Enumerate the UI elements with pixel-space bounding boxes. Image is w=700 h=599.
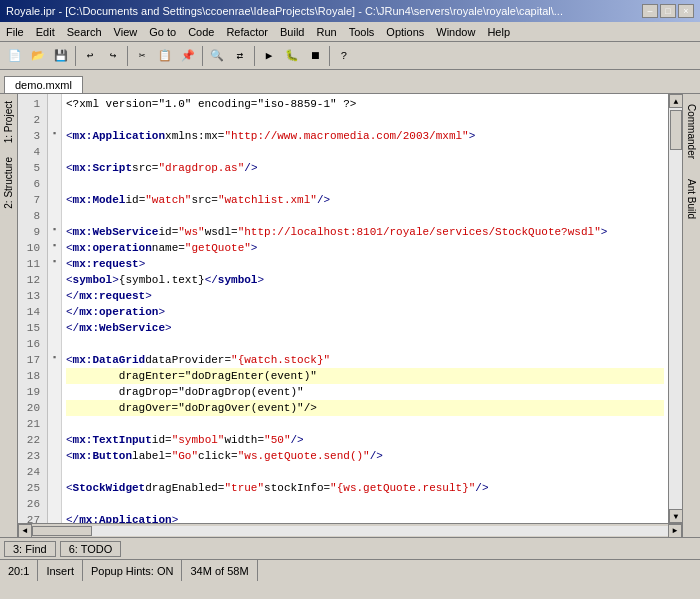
code-line-10[interactable]: <mx:operation name="getQuote">: [66, 240, 664, 256]
code-line-3[interactable]: <mx:Application xmlns:mx="http://www.mac…: [66, 128, 664, 144]
code-line-21[interactable]: [66, 416, 664, 432]
code-line-12[interactable]: <symbol>{symbol.text}</symbol>: [66, 272, 664, 288]
menu-item-edit[interactable]: Edit: [30, 24, 61, 40]
scroll-down-arrow[interactable]: ▼: [669, 509, 682, 523]
code-line-5[interactable]: <mx:Script src="dragdrop.as" />: [66, 160, 664, 176]
scroll-up-arrow[interactable]: ▲: [669, 94, 682, 108]
menu-item-help[interactable]: Help: [481, 24, 516, 40]
open-button[interactable]: 📂: [27, 45, 49, 67]
cut-button[interactable]: ✂: [131, 45, 153, 67]
menu-item-build[interactable]: Build: [274, 24, 310, 40]
code-line-11[interactable]: <mx:request>: [66, 256, 664, 272]
menu-item-options[interactable]: Options: [380, 24, 430, 40]
code-line-23[interactable]: <mx:Button label="Go" click="ws.getQuote…: [66, 448, 664, 464]
gutter-item-11[interactable]: ▪: [48, 254, 61, 270]
scroll-thumb-v[interactable]: [670, 110, 682, 150]
copy-button[interactable]: 📋: [154, 45, 176, 67]
scroll-track-v[interactable]: [669, 108, 682, 509]
line-number-7: 7: [18, 192, 43, 208]
menu-item-view[interactable]: View: [108, 24, 144, 40]
sidebar-tab-ant-build[interactable]: Ant Build: [684, 173, 699, 225]
gutter-item-3[interactable]: ▪: [48, 126, 61, 142]
maximize-button[interactable]: □: [660, 4, 676, 18]
minimize-button[interactable]: –: [642, 4, 658, 18]
scroll-left-arrow[interactable]: ◄: [18, 524, 32, 538]
scroll-right-arrow[interactable]: ►: [668, 524, 682, 538]
code-line-14[interactable]: </mx:operation>: [66, 304, 664, 320]
code-line-26[interactable]: [66, 496, 664, 512]
line-number-1: 1: [18, 96, 43, 112]
line-number-13: 13: [18, 288, 43, 304]
redo-button[interactable]: ↪: [102, 45, 124, 67]
toolbar-separator-1: [75, 46, 76, 66]
menu-item-refactor[interactable]: Refactor: [220, 24, 274, 40]
menu-item-window[interactable]: Window: [430, 24, 481, 40]
paste-button[interactable]: 📌: [177, 45, 199, 67]
code-line-2[interactable]: [66, 112, 664, 128]
bottom-tab-6--todo[interactable]: 6: TODO: [60, 541, 122, 557]
line-number-21: 21: [18, 416, 43, 432]
code-line-4[interactable]: [66, 144, 664, 160]
search-button[interactable]: 🔍: [206, 45, 228, 67]
horizontal-scrollbar[interactable]: ◄ ►: [18, 523, 682, 537]
run-button[interactable]: ▶: [258, 45, 280, 67]
stop-button[interactable]: ⏹: [304, 45, 326, 67]
bottom-tab-3--find[interactable]: 3: Find: [4, 541, 56, 557]
close-button[interactable]: ×: [678, 4, 694, 18]
gutter-item-22: [48, 430, 61, 446]
title-bar: Royale.ipr - [C:\Documents and Settings\…: [0, 0, 700, 22]
gutter-item-16: [48, 334, 61, 350]
menu-item-go to[interactable]: Go to: [143, 24, 182, 40]
code-line-20[interactable]: dragOver="doDragOver(event)"/>: [66, 400, 664, 416]
toolbar-separator-3: [202, 46, 203, 66]
gutter-item-8: [48, 206, 61, 222]
replace-button[interactable]: ⇄: [229, 45, 251, 67]
menu-item-tools[interactable]: Tools: [343, 24, 381, 40]
right-sidebar: Commander Ant Build: [682, 94, 700, 537]
line-number-17: 17: [18, 352, 43, 368]
code-line-15[interactable]: </mx:WebService>: [66, 320, 664, 336]
menu-item-file[interactable]: File: [0, 24, 30, 40]
code-line-6[interactable]: [66, 176, 664, 192]
new-button[interactable]: 📄: [4, 45, 26, 67]
gutter-item-26: [48, 494, 61, 510]
code-line-1[interactable]: <?xml version="1.0" encoding="iso-8859-1…: [66, 96, 664, 112]
menu-bar: FileEditSearchViewGo toCodeRefactorBuild…: [0, 22, 700, 42]
code-line-13[interactable]: </mx:request>: [66, 288, 664, 304]
sidebar-tab-project[interactable]: 1: Project: [0, 94, 17, 150]
help-button[interactable]: ?: [333, 45, 355, 67]
scroll-track-h[interactable]: [32, 526, 668, 536]
code-line-8[interactable]: [66, 208, 664, 224]
vertical-scrollbar[interactable]: ▲ ▼: [668, 94, 682, 523]
gutter-item-4: [48, 142, 61, 158]
sidebar-tab-structure[interactable]: 2: Structure: [0, 150, 17, 216]
code-line-22[interactable]: <mx:TextInput id="symbol" width="50" />: [66, 432, 664, 448]
gutter-item-6: [48, 174, 61, 190]
tab-demo-mxml[interactable]: demo.mxml: [4, 76, 83, 93]
save-button[interactable]: 💾: [50, 45, 72, 67]
undo-button[interactable]: ↩: [79, 45, 101, 67]
code-area[interactable]: <?xml version="1.0" encoding="iso-8859-1…: [62, 94, 668, 523]
line-number-20: 20: [18, 400, 43, 416]
code-line-17[interactable]: <mx:DataGrid dataProvider="{watch.stock}…: [66, 352, 664, 368]
code-line-16[interactable]: [66, 336, 664, 352]
scroll-thumb-h[interactable]: [32, 526, 92, 536]
menu-item-code[interactable]: Code: [182, 24, 220, 40]
code-line-19[interactable]: dragDrop="doDragDrop(event)": [66, 384, 664, 400]
gutter-item-17[interactable]: ▪: [48, 350, 61, 366]
line-numbers: 1234567891011121314151617181920212223242…: [18, 94, 48, 523]
code-line-7[interactable]: <mx:Model id="watch" src="watchlist.xml"…: [66, 192, 664, 208]
sidebar-tab-commander[interactable]: Commander: [684, 98, 699, 165]
code-line-27[interactable]: </mx:Application>: [66, 512, 664, 523]
gutter-item-10[interactable]: ▪: [48, 238, 61, 254]
code-line-9[interactable]: <mx:WebService id="ws" wsdl="http://loca…: [66, 224, 664, 240]
toolbar-separator-2: [127, 46, 128, 66]
code-line-24[interactable]: [66, 464, 664, 480]
gutter-item-9[interactable]: ▪: [48, 222, 61, 238]
menu-item-run[interactable]: Run: [310, 24, 342, 40]
code-line-18[interactable]: dragEnter="doDragEnter(event)": [66, 368, 664, 384]
debug-button[interactable]: 🐛: [281, 45, 303, 67]
popup-hints: Popup Hints: ON: [83, 560, 183, 581]
code-line-25[interactable]: <StockWidget dragEnabled="true" stockInf…: [66, 480, 664, 496]
menu-item-search[interactable]: Search: [61, 24, 108, 40]
